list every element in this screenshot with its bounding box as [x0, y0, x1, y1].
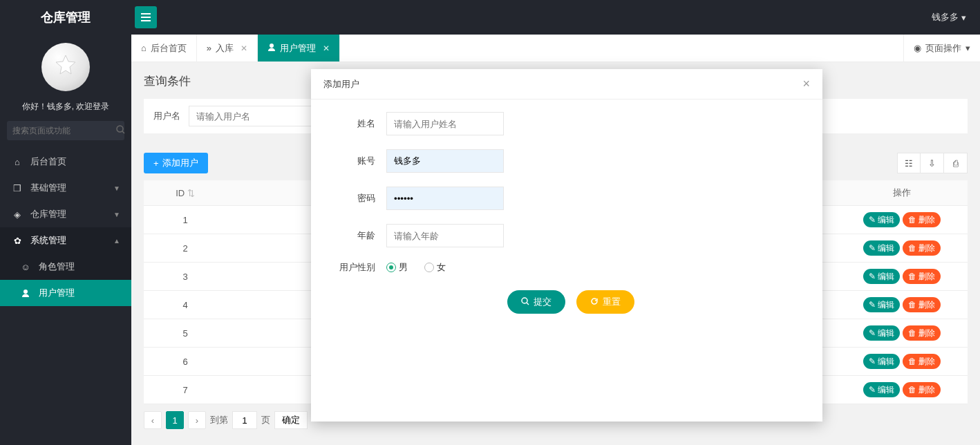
tab-label: 用户管理	[280, 42, 316, 55]
svg-point-0	[117, 126, 123, 132]
name-input[interactable]	[386, 112, 504, 135]
search-icon	[116, 125, 125, 136]
tab-home[interactable]: ⌂ 后台首页	[131, 35, 197, 61]
edit-button[interactable]: ✎ 编辑	[863, 269, 900, 284]
app-brand: 仓库管理	[0, 9, 131, 26]
edit-button[interactable]: ✎ 编辑	[863, 325, 900, 341]
tab-inbound[interactable]: » 入库 ✕	[197, 35, 258, 61]
cell-ops: ✎ 编辑 🗑 删除	[836, 319, 968, 348]
pager-next-button[interactable]: ›	[188, 411, 206, 429]
edit-button[interactable]: ✎ 编辑	[863, 382, 900, 397]
print-icon: ⎙	[953, 158, 959, 169]
sidebar-nav: ⌂ 后台首页 ❒ 基础管理 ▼ ◈ 仓库管理 ▼ ✿ 系统管理 ▲	[0, 149, 131, 306]
pager-page-1[interactable]: 1	[166, 411, 184, 429]
current-user-menu[interactable]: 钱多多 ▾	[918, 11, 980, 23]
chevron-up-icon: ▲	[113, 237, 120, 245]
print-button[interactable]: ⎙	[944, 153, 968, 173]
delete-button[interactable]: 🗑 删除	[903, 354, 941, 369]
sidebar-item-label: 系统管理	[30, 234, 66, 247]
delete-button[interactable]: 🗑 删除	[903, 325, 941, 341]
submit-button[interactable]: 提交	[507, 290, 565, 314]
chevron-down-icon: ▼	[113, 211, 120, 218]
trash-icon: 🗑	[908, 300, 916, 310]
user-icon	[267, 43, 276, 53]
gender-label: 用户性别	[328, 261, 386, 274]
chevrons-icon: »	[207, 43, 211, 53]
refresh-icon	[590, 297, 599, 307]
tab-user-mgmt[interactable]: 用户管理 ✕	[258, 35, 340, 61]
modal-title: 添加用户	[323, 78, 359, 91]
pager-prev-button[interactable]: ‹	[144, 411, 162, 429]
delete-button[interactable]: 🗑 删除	[903, 212, 941, 227]
search-icon	[521, 297, 529, 307]
cell-ops: ✎ 编辑 🗑 删除	[836, 291, 968, 319]
trash-icon: 🗑	[908, 215, 916, 225]
sidebar-item-label: 基础管理	[30, 182, 66, 194]
cell-id: 2	[144, 234, 227, 263]
sidebar-search[interactable]	[7, 121, 124, 140]
modal-close-button[interactable]: ×	[802, 77, 810, 91]
radio-selected-icon	[386, 263, 396, 272]
sidebar-search-input[interactable]	[12, 126, 116, 135]
columns-button[interactable]: ☷	[897, 153, 921, 173]
pager-page-input[interactable]	[232, 411, 257, 429]
svg-point-3	[270, 44, 274, 48]
target-icon: ◉	[914, 43, 921, 53]
cell-id: 1	[144, 206, 227, 234]
cell-ops: ✎ 编辑 🗑 删除	[836, 234, 968, 263]
age-label: 年龄	[328, 229, 386, 242]
tab-ops-label: 页面操作	[925, 42, 961, 55]
edit-button[interactable]: ✎ 编辑	[863, 212, 900, 227]
filter-user-input[interactable]	[189, 106, 313, 126]
sidebar-item-system[interactable]: ✿ 系统管理 ▲	[0, 227, 131, 254]
col-op-header: 操作	[836, 180, 968, 206]
welcome-text: 你好！钱多多, 欢迎登录	[0, 97, 131, 121]
trash-icon: 🗑	[908, 357, 916, 366]
delete-button[interactable]: 🗑 删除	[903, 382, 941, 397]
pencil-icon: ✎	[869, 385, 876, 395]
pager-go-button[interactable]: 确定	[274, 411, 308, 429]
account-label: 账号	[328, 155, 386, 167]
sort-icon: ⇅	[187, 188, 195, 198]
password-input[interactable]	[386, 187, 504, 210]
sidebar-toggle-button[interactable]	[135, 6, 157, 28]
gender-female-radio[interactable]: 女	[424, 261, 446, 274]
col-id-header[interactable]: ID ⇅	[144, 180, 227, 206]
sidebar-item-basic[interactable]: ❒ 基础管理 ▼	[0, 175, 131, 201]
edit-button[interactable]: ✎ 编辑	[863, 240, 900, 256]
reset-button[interactable]: 重置	[576, 290, 634, 314]
cell-ops: ✎ 编辑 🗑 删除	[836, 348, 968, 376]
name-label: 姓名	[328, 117, 386, 130]
account-input[interactable]	[386, 149, 504, 173]
close-icon[interactable]: ✕	[323, 44, 330, 53]
edit-button[interactable]: ✎ 编辑	[863, 297, 900, 312]
delete-button[interactable]: 🗑 删除	[903, 297, 941, 312]
close-icon[interactable]: ✕	[241, 44, 247, 53]
sidebar-item-label: 仓库管理	[30, 208, 66, 220]
cell-ops: ✎ 编辑 🗑 删除	[836, 376, 968, 404]
sidebar-item-home[interactable]: ⌂ 后台首页	[0, 149, 131, 175]
gender-male-radio[interactable]: 男	[386, 261, 408, 274]
gender-female-label: 女	[437, 261, 446, 274]
gear-icon: ✿	[11, 236, 23, 246]
password-label: 密码	[328, 192, 386, 205]
tab-operations-menu[interactable]: ◉ 页面操作 ▾	[903, 35, 980, 61]
pencil-icon: ✎	[869, 243, 876, 253]
avatar[interactable]	[41, 43, 90, 91]
edit-button[interactable]: ✎ 编辑	[863, 354, 900, 369]
sidebar-item-warehouse[interactable]: ◈ 仓库管理 ▼	[0, 201, 131, 227]
add-user-button[interactable]: + 添加用户	[144, 153, 208, 173]
cell-id: 4	[144, 291, 227, 319]
tab-label: 后台首页	[151, 42, 187, 55]
pencil-icon: ✎	[869, 328, 876, 338]
cube-icon: ❒	[11, 183, 23, 193]
sidebar-item-label: 用户管理	[39, 287, 75, 299]
gender-male-label: 男	[399, 261, 408, 274]
delete-button[interactable]: 🗑 删除	[903, 240, 941, 256]
delete-button[interactable]: 🗑 删除	[903, 269, 941, 284]
sidebar-item-user[interactable]: 用户管理	[0, 280, 131, 306]
export-button[interactable]: ⇩	[921, 153, 944, 173]
age-input[interactable]	[386, 224, 504, 247]
sidebar-item-role[interactable]: ☺ 角色管理	[0, 254, 131, 280]
cell-id: 3	[144, 263, 227, 291]
